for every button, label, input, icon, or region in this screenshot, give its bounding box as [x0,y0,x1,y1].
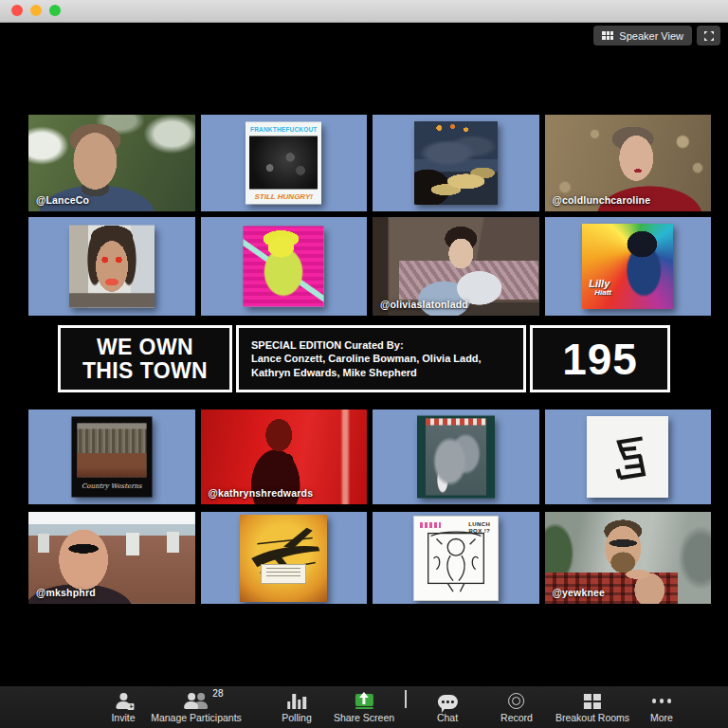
banner-curators: SPECIAL EDITION Curated By: Lance Conzet… [236,325,526,392]
polling-button[interactable]: Polling [282,691,312,723]
album-title: FRANKTHEFUCKOUT [250,126,318,133]
album-photo [77,424,146,478]
video-tile-oliviaslatonladd[interactable]: @oliviaslatonladd [373,217,539,316]
chat-button[interactable]: Chat [437,691,458,723]
ellipsis-icon [652,693,672,709]
album-art-airplane [240,515,327,602]
hand-drawn-logo-art [587,416,668,498]
album-photo [249,136,318,189]
video-tile-kathrynshredwards[interactable]: @kathrynshredwards [201,410,368,504]
breakout-rooms-label: Breakout Rooms [555,712,629,723]
participants-count-badge: 28 [212,688,223,699]
video-grid-bottom: Country Westerns @kathrynshredwards [28,410,711,604]
record-button[interactable]: Record [500,691,533,723]
share-screen-label: Share Screen [334,712,394,723]
participants-icon [184,693,208,709]
album-art-lilly-hiatt: Lilly Hiatt [582,224,673,309]
pink-guitarist-art [244,227,324,307]
album-title: LUNCH BOX !? [466,521,493,536]
participant-username: @oliviaslatonladd [380,299,468,310]
video-tile-lanceco[interactable]: @LanceCo [28,115,195,211]
share-screen-options-caret[interactable] [405,692,407,709]
video-tile-lilly-hiatt[interactable]: Lilly Hiatt [545,217,712,316]
zoom-icon[interactable] [49,5,61,16]
participant-username: @yewknee [553,587,606,598]
airplane-icon [240,515,327,602]
chat-bubble-icon [438,695,458,709]
video-tile-mkshphrd[interactable]: @mkshphrd [28,512,195,604]
video-tile-yewknee[interactable]: @yewknee [545,512,712,604]
video-tile-airplane-album[interactable] [201,512,368,604]
manage-participants-label: Manage Participants [151,712,242,723]
video-tile-teal-artwork[interactable] [373,410,539,504]
gallery-view-icon [602,31,613,40]
share-screen-icon [355,694,373,710]
plus-icon [127,703,134,710]
teal-figures-art [417,416,495,499]
polling-label: Polling [282,712,312,723]
minimize-icon[interactable] [30,5,42,16]
fullscreen-button[interactable] [697,26,720,46]
curators-line-2: Kathryn Edwards, Mike Shepherd [251,366,523,379]
more-button[interactable]: More [650,691,673,723]
concert-photo-art [414,121,498,205]
close-icon[interactable] [11,5,23,16]
video-tile-logo-drawing[interactable] [545,410,712,504]
video-tile-coldlunchcaroline[interactable]: @coldlunchcaroline [545,115,712,211]
record-circle-icon [508,693,524,709]
banner-show-title: WE OWN THIS TOWN [58,325,232,392]
bar-chart-icon [287,693,306,709]
album-art-lunchbox: LUNCH BOX !? [413,516,499,601]
zoom-meeting-window: Speaker View @LanceCo FRANKTHEFUCKOUT ST… [0,0,728,728]
album-art-frankthefuckout: FRANKTHEFUCKOUT STILL HUNGRY! [246,122,321,205]
participant-username: @LanceCo [36,194,89,206]
speaker-view-label: Speaker View [619,30,683,42]
chevron-up-icon [405,690,407,708]
record-label: Record [500,712,533,723]
video-grid-top: @LanceCo FRANKTHEFUCKOUT STILL HUNGRY! @… [28,115,711,316]
speaker-view-button[interactable]: Speaker View [593,26,692,46]
video-tile-pink-guitarist[interactable] [201,217,368,316]
video-tile-face-filter[interactable] [28,217,195,316]
album-artist-name: Lilly Hiatt [589,279,611,297]
album-artist-name: Country Westerns [82,482,142,490]
curators-line-1: Lance Conzett, Caroline Bowman, Olivia L… [251,352,523,365]
window-titlebar [0,0,728,23]
fullscreen-icon [703,30,715,42]
face-filter-photo-art [69,226,155,308]
album-subtitle: STILL HUNGRY! [255,192,313,201]
video-tile-frankthefuckout[interactable]: FRANKTHEFUCKOUT STILL HUNGRY! [201,115,368,211]
curated-by-heading: SPECIAL EDITION Curated By: [251,338,523,352]
participant-username: @mkshphrd [36,587,96,598]
invite-button[interactable]: Invite [111,691,135,723]
banner-episode-number: 195 [530,325,670,392]
more-label: More [650,712,673,723]
manage-participants-button[interactable]: 28 Manage Participants [151,691,242,723]
pink-scribble [420,522,441,528]
invite-person-add-icon [116,693,130,709]
meeting-toolbar: Invite 28 Manage Participants Polling [0,686,728,728]
logo-glyph [603,432,652,482]
video-tile-country-westerns[interactable]: Country Westerns [28,410,195,504]
share-screen-button[interactable]: Share Screen [334,691,394,723]
shared-screen-banner: WE OWN THIS TOWN SPECIAL EDITION Curated… [58,325,670,392]
video-tile-lunchbox[interactable]: LUNCH BOX !? [373,512,539,604]
breakout-rooms-button[interactable]: Breakout Rooms [555,691,629,723]
breakout-grid-icon [584,694,601,710]
participant-username: @coldlunchcaroline [553,194,651,206]
participant-username: @kathrynshredwards [209,487,314,499]
chat-label: Chat [437,712,458,723]
album-label [261,564,306,584]
video-tile-drummer[interactable] [373,115,539,211]
album-art-country-westerns: Country Westerns [71,417,152,498]
invite-label: Invite [111,712,135,723]
